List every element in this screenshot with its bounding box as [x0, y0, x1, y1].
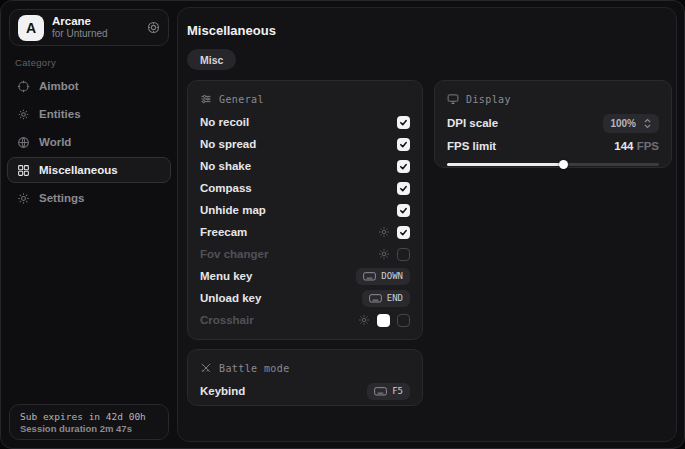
row-unload-key: Unload key END	[200, 287, 410, 309]
fps-limit-value: 144 FPS	[614, 140, 659, 152]
main-panel: Miscellaneous Misc General No recoil	[177, 7, 677, 442]
swords-icon	[200, 362, 212, 374]
row-label: Menu key	[200, 270, 252, 282]
row-freecam: Freecam	[200, 221, 410, 243]
row-label: Compass	[200, 182, 252, 194]
category-label: Category	[15, 57, 56, 68]
row-label: No shake	[200, 160, 251, 172]
crosshair-checkbox[interactable]	[397, 314, 410, 327]
row-crosshair: Crosshair	[200, 309, 410, 331]
row-label: No recoil	[200, 116, 249, 128]
crosshair-icon	[17, 80, 30, 93]
keyboard-icon	[363, 272, 376, 281]
row-no-spread: No spread	[200, 133, 410, 155]
sidebar-item-settings[interactable]: Settings	[7, 185, 171, 211]
keybind-value: DOWN	[381, 271, 403, 281]
chevron-up-down-icon	[643, 118, 652, 129]
session-duration: Session duration 2m 47s	[20, 423, 158, 434]
sidebar-item-label: World	[39, 136, 71, 148]
battle-mode-title: Battle mode	[219, 363, 290, 374]
battle-mode-section: Battle mode Keybind F5	[187, 349, 423, 406]
sidebar-item-aimbot[interactable]: Aimbot	[7, 73, 171, 99]
unload-key-keybind[interactable]: END	[362, 290, 410, 307]
sidebar-item-label: Entities	[39, 108, 81, 120]
row-dpi-scale: DPI scale 100%	[447, 111, 659, 135]
keyboard-icon	[374, 387, 387, 396]
display-title: Display	[466, 94, 511, 105]
general-title: General	[219, 94, 264, 105]
dpi-scale-select[interactable]: 100%	[603, 114, 659, 133]
row-keybind: Keybind F5	[200, 380, 410, 402]
row-compass: Compass	[200, 177, 410, 199]
sidebar-item-label: Miscellaneous	[39, 164, 118, 176]
compass-checkbox[interactable]	[397, 182, 410, 195]
gear-icon	[17, 192, 30, 205]
tab-misc[interactable]: Misc	[187, 49, 236, 70]
slider-thumb[interactable]	[559, 160, 568, 169]
page-title: Miscellaneous	[187, 23, 276, 38]
sidebar-nav: Aimbot Entities World	[7, 73, 171, 213]
row-label: Freecam	[200, 226, 247, 238]
row-label: Crosshair	[200, 314, 254, 326]
general-header: General	[200, 89, 410, 109]
sidebar-item-label: Settings	[39, 192, 84, 204]
sidebar-item-label: Aimbot	[39, 80, 79, 92]
crosshair-color-swatch[interactable]	[377, 314, 390, 327]
battle-mode-header: Battle mode	[200, 358, 410, 378]
globe-icon	[17, 136, 30, 149]
row-label: No spread	[200, 138, 256, 150]
no-shake-checkbox[interactable]	[397, 160, 410, 173]
grid-icon	[17, 164, 30, 177]
logo-card: A Arcane for Unturned	[9, 9, 169, 46]
general-section: General No recoil No spread	[187, 80, 423, 340]
monitor-icon	[447, 93, 459, 105]
menu-key-keybind[interactable]: DOWN	[356, 268, 410, 285]
row-label: Unload key	[200, 292, 261, 304]
support-icon[interactable]	[147, 21, 160, 34]
row-label: Fov changer	[200, 248, 268, 260]
keybind-value: END	[387, 293, 403, 303]
row-fps-limit: FPS limit 144 FPS	[447, 136, 659, 156]
no-spread-checkbox[interactable]	[397, 138, 410, 151]
freecam-settings-gear-icon[interactable]	[378, 226, 390, 238]
display-header: Display	[447, 89, 659, 109]
entities-icon	[17, 108, 30, 121]
row-label: FPS limit	[447, 140, 496, 152]
slider-fill	[447, 163, 564, 166]
app-window: A Arcane for Unturned Category A	[0, 0, 685, 449]
sidebar-item-miscellaneous[interactable]: Miscellaneous	[7, 157, 171, 183]
freecam-checkbox[interactable]	[397, 226, 410, 239]
fov-changer-settings-gear-icon[interactable]	[378, 248, 390, 260]
row-fov-changer: Fov changer	[200, 243, 410, 265]
app-avatar: A	[18, 15, 44, 41]
row-label: Keybind	[200, 385, 245, 397]
fov-changer-checkbox[interactable]	[397, 248, 410, 261]
sidebar-item-entities[interactable]: Entities	[7, 101, 171, 127]
sidebar-item-world[interactable]: World	[7, 129, 171, 155]
crosshair-settings-gear-icon[interactable]	[358, 314, 370, 326]
row-menu-key: Menu key DOWN	[200, 265, 410, 287]
dpi-scale-value: 100%	[610, 118, 636, 129]
row-no-shake: No shake	[200, 155, 410, 177]
sliders-icon	[200, 93, 212, 105]
keybind-value: F5	[392, 386, 403, 396]
battle-mode-keybind[interactable]: F5	[367, 383, 410, 400]
display-section: Display DPI scale 100% FPS limit 144 FPS	[434, 80, 672, 168]
keyboard-icon	[369, 294, 382, 303]
no-recoil-checkbox[interactable]	[397, 116, 410, 129]
row-unhide-map: Unhide map	[200, 199, 410, 221]
app-title: Arcane	[52, 15, 139, 28]
subscription-card: Sub expires in 42d 00h Session duration …	[9, 404, 169, 440]
sidebar: A Arcane for Unturned Category A	[1, 1, 177, 448]
fps-limit-slider[interactable]	[447, 159, 659, 169]
row-label: DPI scale	[447, 117, 498, 129]
unhide-map-checkbox[interactable]	[397, 204, 410, 217]
row-label: Unhide map	[200, 204, 266, 216]
row-no-recoil: No recoil	[200, 111, 410, 133]
app-subtitle: for Unturned	[52, 28, 139, 40]
subscription-expires: Sub expires in 42d 00h	[20, 411, 158, 422]
